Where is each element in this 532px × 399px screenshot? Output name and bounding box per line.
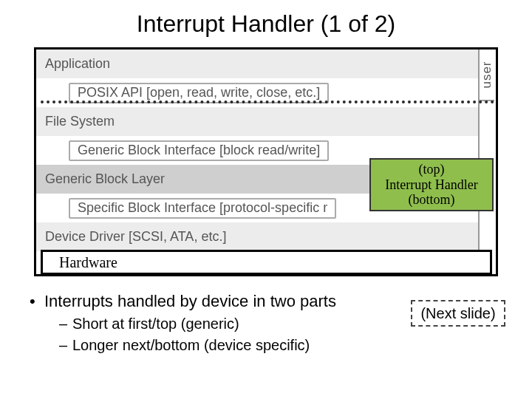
callout-bottom: (bottom)	[371, 192, 492, 208]
mode-label-user: user	[478, 50, 494, 101]
layer-gbi-label: Generic Block Interface [block read/writ…	[69, 140, 329, 161]
bullet-1b: –Longer next/bottom (device specific)	[59, 336, 336, 355]
layer-file-system: File System	[36, 107, 478, 136]
bullet-1: • Interrupts handled by device in two pa…	[30, 291, 336, 312]
user-kernel-divider	[41, 100, 498, 103]
callout-middle: Interrupt Handler	[371, 177, 492, 193]
layer-sbi-label: Specific Block Interface [protocol-speci…	[69, 198, 336, 219]
interrupt-handler-callout: (top) Interrupt Handler (bottom)	[369, 158, 494, 211]
bullet-1a: –Short at first/top (generic)	[59, 315, 336, 333]
slide-title: Interrupt Handler (1 of 2)	[0, 0, 532, 38]
layer-application: Application	[36, 50, 478, 78]
hardware-box: Hardware	[41, 250, 492, 275]
bullet-list: • Interrupts handled by device in two pa…	[30, 291, 336, 355]
next-slide-callout: (Next slide)	[411, 300, 505, 327]
callout-top: (top)	[371, 162, 492, 177]
layer-device-driver: Device Driver [SCSI, ATA, etc.]	[36, 222, 478, 251]
io-stack: Application POSIX API [open, read, write…	[36, 50, 478, 251]
